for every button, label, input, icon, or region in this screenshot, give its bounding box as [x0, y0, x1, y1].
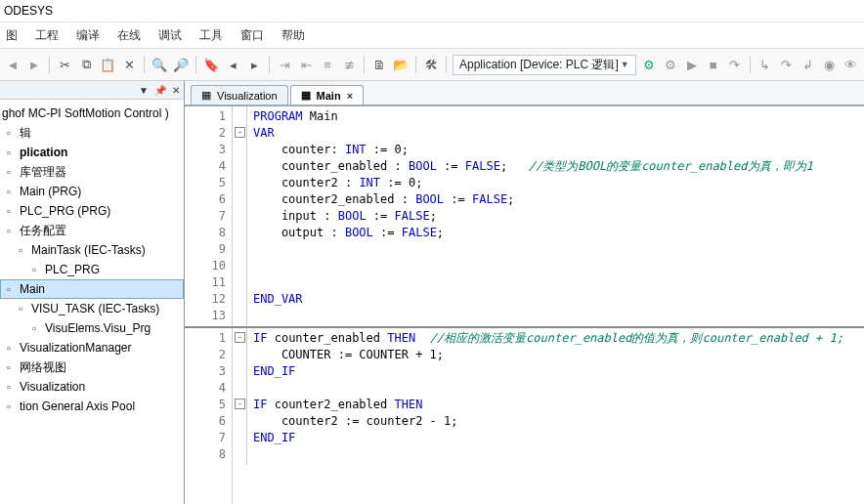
run-icon[interactable]: ▶	[683, 56, 701, 73]
fold-gutter[interactable]: --	[233, 328, 247, 465]
separator	[144, 56, 145, 73]
tree-item[interactable]: ▫库管理器	[0, 162, 184, 182]
find-icon[interactable]: 🔍	[151, 56, 168, 73]
tree-node-icon: ▫	[2, 380, 16, 394]
close-icon[interactable]: ✕	[172, 85, 180, 96]
editor-tab[interactable]: ▦Main×	[290, 85, 365, 105]
cut-icon[interactable]: ✂	[56, 56, 73, 73]
menu-item[interactable]: 帮助	[281, 27, 305, 44]
tree-item[interactable]: ▫辑	[0, 123, 184, 143]
menu-item[interactable]: 窗口	[240, 27, 264, 44]
tree-item[interactable]: ▫VisuElems.Visu_Prg	[0, 318, 184, 338]
menu-item[interactable]: 编译	[76, 27, 100, 44]
tree-item-label: VisualizationManager	[20, 339, 132, 357]
tree-item[interactable]: ▫tion General Axis Pool	[0, 397, 184, 416]
tree-node-icon: ▫	[27, 321, 41, 335]
toolbar: ◄ ► ✂ ⧉ 📋 ✕ 🔍 🔎 🔖 ◂ ▸ ⇥ ⇤ ≡ ≢ 🗎 📂 🛠 Appl…	[0, 49, 864, 81]
login-icon[interactable]: ⚙	[640, 56, 658, 73]
declaration-pane: 12345678910111213 - PROGRAM MainVAR coun…	[185, 106, 864, 328]
tree-item[interactable]: ▫任务配置	[0, 221, 184, 240]
menu-item[interactable]: 工程	[35, 27, 59, 44]
fold-toggle-icon[interactable]: -	[235, 332, 245, 343]
tree-item-label: Main	[20, 280, 45, 298]
tree-item-label: VISU_TASK (IEC-Tasks)	[31, 300, 159, 317]
menu-item[interactable]: 图	[6, 27, 18, 44]
separator	[364, 56, 365, 73]
breakpoint-icon[interactable]: ◉	[821, 56, 839, 73]
bookmark-icon[interactable]: 🔖	[202, 56, 220, 73]
separator	[446, 56, 447, 73]
project-tree-panel: ▼ 📌 ✕ ghof MC-PI SoftMotion Control ) ▫辑…	[0, 81, 185, 504]
editor-tab[interactable]: ▦Visualization	[191, 85, 288, 105]
indent-icon[interactable]: ⇥	[276, 56, 293, 73]
application-combo[interactable]: Application [Device: PLC 逻辑] ▼	[453, 55, 636, 75]
menu-bar: 图工程编译在线调试工具窗口帮助	[0, 22, 864, 49]
tree-item-label: Main (PRG)	[20, 183, 81, 200]
panel-header: ▼ 📌 ✕	[0, 81, 184, 100]
forward-icon[interactable]: ►	[25, 56, 43, 73]
tree-node-icon: ▫	[2, 360, 16, 374]
chevron-down-icon[interactable]: ▼	[139, 85, 149, 96]
tree-item[interactable]: ▫Main (PRG)	[0, 182, 184, 201]
tree-node-icon: ▫	[2, 224, 16, 237]
tree-item-label: VisuElems.Visu_Prg	[45, 319, 151, 337]
tree-node-icon: ▫	[14, 302, 27, 315]
new-icon[interactable]: 🗎	[370, 56, 388, 73]
copy-icon[interactable]: ⧉	[77, 56, 95, 73]
step-icon[interactable]: ↷	[726, 56, 744, 73]
project-tree[interactable]: ghof MC-PI SoftMotion Control ) ▫辑▫plica…	[0, 100, 184, 504]
tree-item-label: plication	[20, 144, 67, 161]
paste-icon[interactable]: 📋	[99, 56, 116, 73]
tree-item[interactable]: ▫PLC_PRG	[0, 260, 184, 279]
tree-item-label: Visualization	[20, 378, 85, 396]
editor-tabbar: ▦Visualization▦Main×	[185, 81, 864, 106]
tree-item-label: tion General Axis Pool	[20, 398, 135, 415]
code-editor-top[interactable]: PROGRAM MainVAR counter: INT := 0; count…	[247, 106, 864, 326]
tree-item-label: PLC_PRG	[45, 261, 100, 278]
pin-icon[interactable]: 📌	[154, 85, 166, 96]
build-icon[interactable]: 🛠	[422, 56, 440, 73]
close-icon[interactable]: ×	[347, 90, 353, 102]
fold-gutter[interactable]: -	[233, 106, 247, 326]
tree-item[interactable]: ▫网络视图	[0, 357, 184, 377]
step-over-icon[interactable]: ↷	[778, 56, 796, 73]
uncomment-icon[interactable]: ≢	[340, 56, 358, 73]
delete-icon[interactable]: ✕	[120, 56, 138, 73]
logout-icon[interactable]: ⚙	[662, 56, 679, 73]
menu-item[interactable]: 工具	[199, 27, 223, 44]
tree-item[interactable]: ▫Visualization	[0, 377, 184, 397]
tree-item[interactable]: ▫plication	[0, 143, 184, 162]
tree-node-icon: ▫	[2, 185, 16, 198]
tree-item[interactable]: ▫MainTask (IEC-Tasks)	[0, 240, 184, 260]
tab-label: Main	[317, 90, 341, 102]
bookmark-next-icon[interactable]: ▸	[245, 56, 263, 73]
tree-item[interactable]: ▫VisualizationManager	[0, 338, 184, 357]
watch-icon[interactable]: 👁	[842, 56, 860, 73]
menu-item[interactable]: 在线	[117, 27, 141, 44]
line-gutter: 12345678910111213	[185, 106, 233, 326]
menu-item[interactable]: 调试	[158, 27, 182, 44]
tree-item-label: 网络视图	[20, 358, 66, 376]
open-icon[interactable]: 📂	[392, 56, 410, 73]
code-editor-bottom[interactable]: IF counter_enabled THEN //相应的激活变量counter…	[247, 328, 864, 504]
stop-icon[interactable]: ■	[705, 56, 722, 73]
separator	[49, 56, 50, 73]
tree-node-icon: ▫	[2, 165, 16, 179]
tree-item[interactable]: ▫PLC_PRG (PRG)	[0, 201, 184, 221]
project-root[interactable]: ghof MC-PI SoftMotion Control )	[0, 104, 184, 123]
back-icon[interactable]: ◄	[4, 56, 22, 73]
tree-node-icon: ▫	[2, 399, 16, 413]
comment-icon[interactable]: ≡	[319, 56, 336, 73]
bookmark-prev-icon[interactable]: ◂	[224, 56, 241, 73]
replace-icon[interactable]: 🔎	[172, 56, 190, 73]
tree-item[interactable]: ▫VISU_TASK (IEC-Tasks)	[0, 299, 184, 318]
fold-toggle-icon[interactable]: -	[235, 399, 245, 409]
tree-node-icon: ▫	[14, 243, 27, 257]
step-out-icon[interactable]: ↲	[799, 56, 817, 73]
line-gutter: 12345678	[185, 328, 233, 504]
fold-toggle-icon[interactable]: -	[235, 127, 245, 138]
outdent-icon[interactable]: ⇤	[297, 56, 315, 73]
tree-item[interactable]: ▫Main	[0, 279, 184, 299]
separator	[415, 56, 416, 73]
step-into-icon[interactable]: ↳	[756, 56, 774, 73]
